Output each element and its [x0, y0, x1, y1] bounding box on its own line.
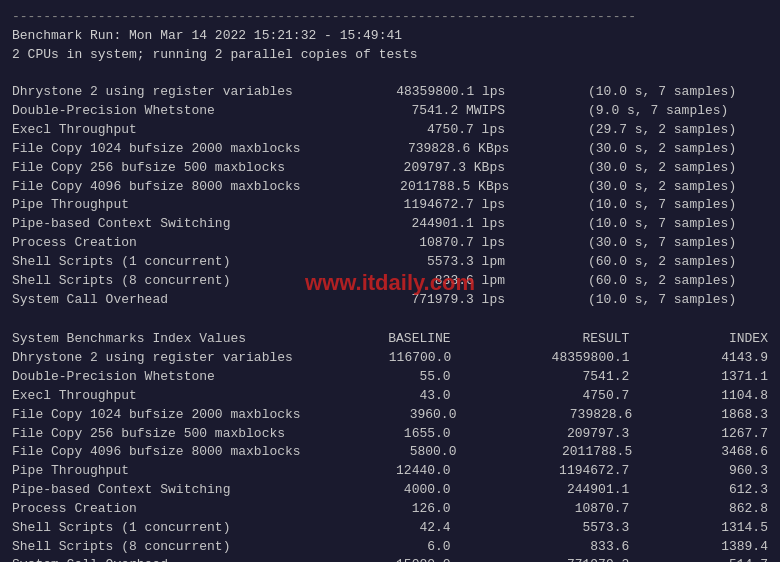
- bench-label: Execl Throughput: [12, 121, 292, 140]
- bench-row: Double-Precision Whetstone7541.2 MWIPS (…: [12, 102, 768, 121]
- bench-detail: (10.0 s, 7 samples): [588, 291, 768, 310]
- bench-row: Process Creation10870.7 lps (30.0 s, 7 s…: [12, 234, 768, 253]
- index-row-baseline: 4000.0: [361, 481, 451, 500]
- index-row-label: Execl Throughput: [12, 387, 292, 406]
- index-row-index: 1267.7: [698, 425, 768, 444]
- bench-label: Pipe-based Context Switching: [12, 215, 292, 234]
- bench-value: 209797.3 KBps: [375, 159, 505, 178]
- bench-value: 244901.1 lps: [375, 215, 505, 234]
- index-row-baseline: 12440.0: [361, 462, 451, 481]
- bench-detail: (9.0 s, 7 samples): [588, 102, 768, 121]
- bench-detail: (10.0 s, 7 samples): [588, 196, 768, 215]
- index-row-index: 1389.4: [698, 538, 768, 557]
- bench-label: System Call Overhead: [12, 291, 292, 310]
- index-header-row: System Benchmarks Index ValuesBASELINERE…: [12, 330, 768, 349]
- bench-label: File Copy 256 bufsize 500 maxblocks: [12, 159, 292, 178]
- index-row: Shell Scripts (8 concurrent)6.0833.61389…: [12, 538, 768, 557]
- index-row-index: 4143.9: [698, 349, 768, 368]
- index-row-baseline: 116700.0: [361, 349, 451, 368]
- index-row-label: File Copy 4096 bufsize 8000 maxblocks: [12, 443, 301, 462]
- index-header-label: System Benchmarks Index Values: [12, 330, 292, 349]
- bench-row: Execl Throughput4750.7 lps (29.7 s, 2 sa…: [12, 121, 768, 140]
- bench-label: Shell Scripts (1 concurrent): [12, 253, 292, 272]
- bench-row: Shell Scripts (1 concurrent)5573.3 lpm (…: [12, 253, 768, 272]
- index-row-baseline: 15000.0: [361, 556, 451, 562]
- index-row-result: 209797.3: [519, 425, 629, 444]
- bench-detail: (30.0 s, 2 samples): [588, 178, 768, 197]
- bench-label: Double-Precision Whetstone: [12, 102, 292, 121]
- index-row-label: File Copy 1024 bufsize 2000 maxblocks: [12, 406, 301, 425]
- bench-row: Pipe-based Context Switching244901.1 lps…: [12, 215, 768, 234]
- index-row-result: 771979.3: [519, 556, 629, 562]
- bench-detail: (60.0 s, 2 samples): [588, 253, 768, 272]
- index-row-index: 612.3: [698, 481, 768, 500]
- index-row: Double-Precision Whetstone55.07541.21371…: [12, 368, 768, 387]
- index-row: File Copy 1024 bufsize 2000 maxblocks396…: [12, 406, 768, 425]
- index-row: System Call Overhead15000.0771979.3514.7: [12, 556, 768, 562]
- index-row-baseline: 6.0: [361, 538, 451, 557]
- bench-value: 1194672.7 lps: [375, 196, 505, 215]
- index-row-result: 5573.3: [519, 519, 629, 538]
- index-row: Dhrystone 2 using register variables1167…: [12, 349, 768, 368]
- index-row-index: 1314.5: [698, 519, 768, 538]
- bench-value: 4750.7 lps: [375, 121, 505, 140]
- index-row-index: 960.3: [698, 462, 768, 481]
- separator-top: ----------------------------------------…: [12, 8, 768, 27]
- index-row-baseline: 1655.0: [361, 425, 451, 444]
- bench-label: Dhrystone 2 using register variables: [12, 83, 293, 102]
- benchmark-rows: Dhrystone 2 using register variables4835…: [12, 83, 768, 309]
- index-header-result: RESULT: [519, 330, 629, 349]
- index-row: Shell Scripts (1 concurrent)42.45573.313…: [12, 519, 768, 538]
- index-row-index: 862.8: [698, 500, 768, 519]
- bench-value: 7541.2 MWIPS: [375, 102, 505, 121]
- index-row-result: 244901.1: [519, 481, 629, 500]
- index-row-label: System Call Overhead: [12, 556, 292, 562]
- bench-row: Dhrystone 2 using register variables4835…: [12, 83, 768, 102]
- bench-detail: (60.0 s, 2 samples): [588, 272, 768, 291]
- index-row-baseline: 126.0: [361, 500, 451, 519]
- index-row-label: Dhrystone 2 using register variables: [12, 349, 293, 368]
- index-row-result: 2011788.5: [522, 443, 632, 462]
- bench-row: File Copy 4096 bufsize 8000 maxblocks201…: [12, 178, 768, 197]
- bench-row: Pipe Throughput1194672.7 lps (10.0 s, 7 …: [12, 196, 768, 215]
- index-row: Execl Throughput43.04750.71104.8: [12, 387, 768, 406]
- blank2: [12, 310, 768, 329]
- bench-detail: (30.0 s, 2 samples): [588, 159, 768, 178]
- index-row-result: 1194672.7: [519, 462, 629, 481]
- bench-row: Shell Scripts (8 concurrent)833.6 lpm (6…: [12, 272, 768, 291]
- bench-label: File Copy 1024 bufsize 2000 maxblocks: [12, 140, 301, 159]
- index-row-label: Shell Scripts (1 concurrent): [12, 519, 292, 538]
- bench-detail: (10.0 s, 7 samples): [588, 215, 768, 234]
- bench-label: Shell Scripts (8 concurrent): [12, 272, 292, 291]
- bench-value: 10870.7 lps: [375, 234, 505, 253]
- index-row-label: Pipe Throughput: [12, 462, 292, 481]
- index-row-index: 3468.6: [698, 443, 768, 462]
- index-row-index: 514.7: [698, 556, 768, 562]
- bench-label: Process Creation: [12, 234, 292, 253]
- bench-value: 48359800.1 lps: [375, 83, 505, 102]
- index-row-label: Pipe-based Context Switching: [12, 481, 292, 500]
- bench-value: 833.6 lpm: [375, 272, 505, 291]
- index-row-index: 1104.8: [698, 387, 768, 406]
- bench-row: System Call Overhead771979.3 lps (10.0 s…: [12, 291, 768, 310]
- index-row-label: Shell Scripts (8 concurrent): [12, 538, 292, 557]
- index-row-baseline: 55.0: [361, 368, 451, 387]
- bench-value: 739828.6 KBps: [379, 140, 509, 159]
- index-row-label: File Copy 256 bufsize 500 maxblocks: [12, 425, 292, 444]
- bench-row: File Copy 1024 bufsize 2000 maxblocks739…: [12, 140, 768, 159]
- index-row-result: 833.6: [519, 538, 629, 557]
- index-row-baseline: 3960.0: [366, 406, 456, 425]
- index-header-baseline: BASELINE: [361, 330, 451, 349]
- bench-label: Pipe Throughput: [12, 196, 292, 215]
- index-row: Process Creation126.010870.7862.8: [12, 500, 768, 519]
- bench-detail: (10.0 s, 7 samples): [588, 83, 768, 102]
- index-table: System Benchmarks Index ValuesBASELINERE…: [12, 330, 768, 562]
- bench-value: 5573.3 lpm: [375, 253, 505, 272]
- index-row: File Copy 4096 bufsize 8000 maxblocks580…: [12, 443, 768, 462]
- index-row: Pipe-based Context Switching4000.0244901…: [12, 481, 768, 500]
- bench-value: 2011788.5 KBps: [379, 178, 509, 197]
- blank1: [12, 65, 768, 84]
- bench-label: File Copy 4096 bufsize 8000 maxblocks: [12, 178, 301, 197]
- bench-detail: (30.0 s, 2 samples): [588, 140, 768, 159]
- bench-detail: (29.7 s, 2 samples): [588, 121, 768, 140]
